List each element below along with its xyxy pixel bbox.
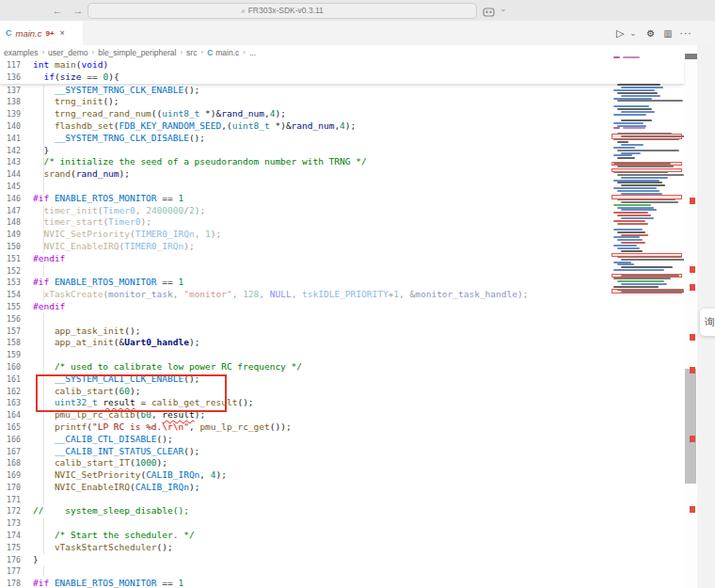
run-dropdown-chevron-icon[interactable]: ⌄: [629, 29, 636, 38]
minimap-slider[interactable]: [685, 54, 697, 59]
code-line-178[interactable]: 178#if ENABLE_RTOS_MONITOR == 1: [0, 578, 612, 588]
code-line-165[interactable]: 165 printf("LP RC is %d.\r\n", pmu_lp_rc…: [0, 421, 612, 434]
code-line-176[interactable]: 176}: [0, 554, 612, 566]
sticky-scroll[interactable]: 117int main(void)136 if(size == 0){: [0, 59, 684, 84]
line-number: 163: [0, 397, 21, 409]
settings-gear-icon[interactable]: ⚙: [646, 28, 655, 39]
breadcrumb-item[interactable]: ...: [249, 48, 256, 57]
minimap-highlight-band: [612, 274, 682, 278]
copilot-icon[interactable]: [483, 5, 495, 22]
minimap[interactable]: [612, 56, 684, 301]
scrollbar-thumb[interactable]: [685, 369, 696, 484]
c-file-icon: C: [6, 28, 12, 38]
code-line-151[interactable]: 151#endif: [0, 253, 612, 265]
scrollbar-marker: [690, 334, 695, 341]
code-text: srand(rand_num);: [33, 168, 130, 181]
code-text: timer_init(Timer0, 2400000/2);: [33, 205, 205, 217]
chevron-down-icon[interactable]: ⌄: [500, 4, 507, 13]
code-line-173[interactable]: 173: [0, 517, 612, 530]
code-line-174[interactable]: 174 /* Start the scheduler. */: [0, 530, 612, 542]
breadcrumb-item[interactable]: examples: [4, 48, 38, 57]
breadcrumb-separator: ›: [200, 48, 203, 56]
code-line-160[interactable]: 160 /* used to calibrate low power RC fr…: [0, 361, 612, 373]
more-actions-icon[interactable]: ···: [680, 28, 692, 39]
minimap-highlight-band: [612, 134, 682, 139]
breadcrumb-item[interactable]: ble_simple_peripheral: [98, 48, 176, 57]
line-number: 177: [0, 565, 21, 578]
code-line-150[interactable]: 150 NVIC_EnableIRQ(TIMER0_IRQn);: [0, 241, 612, 253]
code-line-158[interactable]: 158 app_at_init(&Uart0_handle);: [0, 337, 612, 349]
code-line-156[interactable]: 156: [0, 313, 612, 326]
line-number: 165: [0, 421, 21, 434]
line-number: 166: [0, 434, 21, 446]
indent-guide: [43, 313, 44, 326]
line-number: 157: [0, 326, 21, 338]
sticky-line-136[interactable]: 136 if(size == 0){: [0, 72, 684, 84]
back-arrow-icon[interactable]: ←: [50, 3, 65, 18]
code-line-167[interactable]: 167 __CALIB_INT_STATUS_CLEAR();: [0, 446, 612, 458]
code-text: }: [33, 145, 49, 157]
code-line-138[interactable]: 138 trng_init();: [0, 96, 612, 108]
code-line-153[interactable]: 153#if ENABLE_RTOS_MONITOR == 1: [0, 277, 612, 289]
code-line-145[interactable]: 145: [0, 181, 612, 193]
code-line-148[interactable]: 148 timer_start(Timer0);: [0, 216, 612, 229]
command-center-search[interactable]: ⌕FR303x-SDK-v0.3.11: [87, 3, 477, 19]
tab-main-c[interactable]: C main.c 9+ ×: [0, 21, 83, 45]
code-editor[interactable]: 137 __SYSTEM_TRNG_CLK_ENABLE();138 trng_…: [0, 59, 697, 588]
chat-widget-button[interactable]: 询: [700, 309, 715, 336]
line-number: 155: [0, 301, 21, 313]
code-line-155[interactable]: 155#endif: [0, 301, 612, 313]
code-line-157[interactable]: 157 app_task_init();: [0, 326, 612, 338]
tab-problems-badge: 9+: [45, 29, 54, 38]
indent-guide: [43, 181, 44, 193]
code-line-144[interactable]: 144 srand(rand_num);: [0, 168, 612, 181]
code-line-139[interactable]: 139 trng_read_rand_num((uint8_t *)&rand_…: [0, 108, 612, 120]
code-line-146[interactable]: 146#if ENABLE_RTOS_MONITOR == 1: [0, 193, 612, 205]
c-file-icon: C: [207, 48, 213, 57]
code-line-140[interactable]: 140 flashdb_set(FDB_KEY_RANDOM_SEED,(uin…: [0, 120, 612, 133]
run-button-icon[interactable]: ▷: [616, 27, 624, 40]
code-line-141[interactable]: 141 __SYSTEM_TRNG_CLK_DISABLE();: [0, 133, 612, 145]
line-number: 173: [0, 517, 21, 530]
line-number: 152: [0, 265, 21, 278]
line-number: 178: [0, 578, 21, 588]
line-number: 144: [0, 168, 21, 181]
line-number: 153: [0, 277, 21, 289]
breadcrumb-item[interactable]: user_demo: [48, 48, 88, 57]
breadcrumb-item[interactable]: src: [186, 48, 197, 57]
line-number: 161: [0, 373, 21, 386]
code-line-172[interactable]: 172// system_sleep_disable();: [0, 505, 612, 517]
sticky-line-117[interactable]: 117int main(void): [0, 59, 684, 72]
code-line-142[interactable]: 142 }: [0, 145, 612, 157]
code-line-171[interactable]: 171: [0, 494, 612, 506]
code-line-147[interactable]: 147 timer_init(Timer0, 2400000/2);: [0, 205, 612, 217]
code-line-152[interactable]: 152: [0, 265, 612, 278]
code-line-159[interactable]: 159: [0, 349, 612, 361]
line-number: 149: [0, 229, 21, 241]
line-number: 160: [0, 361, 21, 373]
code-line-166[interactable]: 166 __CALIB_CTL_DISABLE();: [0, 434, 612, 446]
code-line-175[interactable]: 175 vTaskStartScheduler();: [0, 542, 612, 554]
indent-guide: [43, 265, 44, 278]
close-icon[interactable]: ×: [60, 28, 65, 38]
code-line-137[interactable]: 137 __SYSTEM_TRNG_CLK_ENABLE();: [0, 85, 612, 97]
annotation-rectangle: [36, 374, 227, 412]
code-line-169[interactable]: 169 NVIC_SetPriority(CALIB_IRQn, 4);: [0, 469, 612, 482]
code-line-168[interactable]: 168 calib_start_IT(1000);: [0, 457, 612, 469]
forward-arrow-icon[interactable]: →: [71, 3, 86, 18]
indent-guide: [43, 565, 44, 578]
line-number: 172: [0, 505, 21, 517]
breadcrumb-item[interactable]: main.c: [215, 48, 239, 57]
code-line-170[interactable]: 170 NVIC_EnableIRQ(CALIB_IRQn);: [0, 482, 612, 494]
scrollbar-marker: [690, 506, 695, 513]
code-line-143[interactable]: 143 /* initialize the seed of a pseudora…: [0, 156, 612, 168]
breadcrumb[interactable]: examples›user_demo›ble_simple_peripheral…: [4, 45, 681, 59]
code-line-149[interactable]: 149 NVIC_SetPriority(TIMER0_IRQn, 1);: [0, 229, 612, 241]
split-editor-icon[interactable]: ▥: [663, 28, 672, 39]
indent-guide: [43, 349, 44, 361]
code-line-177[interactable]: 177: [0, 565, 612, 578]
code-line-154[interactable]: 154 xTaskCreate(monitor_task, "monitor",…: [0, 289, 612, 301]
editor-actions: ▷ ⌄ ⚙ ▥ ···: [613, 21, 695, 45]
search-icon: ⌕: [241, 7, 245, 15]
line-number: 146: [0, 193, 21, 205]
